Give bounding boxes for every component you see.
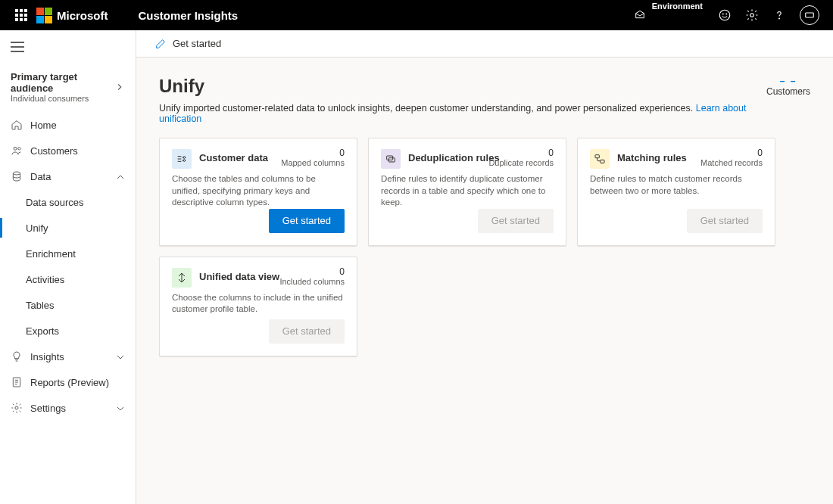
svg-point-4: [779, 18, 780, 19]
customers-icon: [11, 145, 23, 157]
environment-label: Environment: [652, 2, 703, 11]
svg-point-3: [750, 14, 754, 17]
sidebar-item-label: Exports: [26, 325, 59, 337]
app-launcher-button[interactable]: [6, 9, 36, 21]
matching-icon: [590, 149, 610, 169]
gear-icon[interactable]: [745, 8, 759, 22]
card-metric-label: Included columns: [279, 277, 345, 286]
card-description: Define rules to identify duplicate custo…: [381, 173, 554, 209]
sidebar-item-insights[interactable]: Insights: [0, 344, 136, 369]
card-metric-value: 0: [700, 148, 763, 158]
card-metric-label: Duplicate records: [488, 158, 554, 167]
waffle-icon: [15, 9, 27, 21]
edit-icon: [154, 38, 167, 50]
sidebar-item-label: Home: [30, 120, 57, 131]
sidebar-item-label: Data: [30, 171, 51, 182]
nav-collapse-button[interactable]: [0, 30, 136, 64]
dedup-icon: [381, 149, 401, 169]
data-icon: [11, 170, 23, 182]
chevron-right-icon: [114, 82, 125, 92]
sidebar-item-label: Data sources: [26, 197, 84, 208]
sidebar-item-label: Reports (Preview): [30, 377, 109, 388]
help-icon[interactable]: [772, 8, 786, 22]
sidebar-item-data[interactable]: Data: [0, 163, 136, 189]
unified-view-icon: [172, 268, 192, 288]
card-title: Unified data view: [199, 268, 279, 288]
card-unified-view: Unified data view 0 Included columns Cho…: [159, 257, 357, 356]
card-get-started-button: Get started: [687, 209, 763, 233]
chevron-up-icon: [114, 171, 125, 182]
sidebar-item-data-sources[interactable]: Data sources: [0, 189, 136, 215]
card-title: Deduplication rules: [408, 149, 500, 169]
card-get-started-button: Get started: [269, 319, 345, 344]
customer-data-icon: [172, 149, 192, 169]
svg-rect-16: [601, 160, 604, 163]
audience-picker[interactable]: Primary target audience Individual consu…: [0, 64, 136, 112]
card-metric-value: 0: [279, 266, 345, 277]
sidebar-item-exports[interactable]: Exports: [0, 318, 136, 344]
svg-point-10: [15, 406, 18, 409]
sidebar-item-settings[interactable]: Settings: [0, 395, 136, 421]
svg-point-8: [13, 172, 20, 175]
card-get-started-button: Get started: [478, 209, 554, 233]
card-description: Choose the tables and columns to be unif…: [172, 173, 345, 209]
sidebar-item-tables[interactable]: Tables: [0, 292, 136, 318]
svg-point-11: [183, 157, 186, 159]
cmd-get-started[interactable]: Get started: [173, 38, 221, 49]
audience-title: Primary target audience: [11, 71, 114, 94]
svg-point-2: [726, 14, 727, 14]
card-matching-rules: Matching rules 0 Matched records Define …: [577, 138, 775, 246]
environment-icon: [634, 8, 646, 23]
sidebar-item-label: Customers: [30, 145, 78, 157]
svg-point-6: [14, 147, 17, 150]
card-metric-value: 0: [281, 148, 345, 158]
sidebar-item-unify[interactable]: Unify: [0, 215, 136, 241]
sidebar-item-label: Settings: [30, 403, 66, 414]
microsoft-logo-icon: [36, 8, 52, 23]
gear-icon: [11, 402, 23, 414]
card-get-started-button[interactable]: Get started: [269, 209, 345, 233]
sidebar-item-label: Activities: [26, 274, 64, 285]
card-description: Define rules to match customer records b…: [590, 173, 763, 197]
svg-rect-15: [595, 155, 599, 158]
card-title: Matching rules: [617, 149, 687, 169]
card-metric-label: Mapped columns: [281, 158, 345, 167]
top-bar-actions: [718, 5, 827, 25]
chevron-down-icon: [114, 351, 125, 362]
sidebar-item-activities[interactable]: Activities: [0, 266, 136, 292]
home-icon: [11, 119, 23, 131]
customers-metric: – – Customers: [766, 76, 810, 97]
top-bar: Microsoft Customer Insights Environment: [0, 0, 833, 30]
report-icon: [11, 376, 23, 388]
sidebar-item-enrichment[interactable]: Enrichment: [0, 241, 136, 266]
card-dedup-rules: Deduplication rules 0 Duplicate records …: [368, 138, 566, 246]
main-area: Get started Unify Unify imported custome…: [136, 30, 833, 504]
svg-point-0: [719, 10, 730, 20]
lightbulb-icon: [11, 350, 23, 362]
card-customer-data: Customer data 0 Mapped columns Choose th…: [159, 138, 357, 246]
sidebar-item-reports[interactable]: Reports (Preview): [0, 369, 136, 395]
svg-point-1: [722, 14, 723, 14]
cards-grid: Customer data 0 Mapped columns Choose th…: [159, 138, 810, 356]
sidebar-item-home[interactable]: Home: [0, 112, 136, 138]
customers-label: Customers: [766, 86, 810, 97]
environment-picker[interactable]: Environment: [634, 8, 703, 23]
sidebar: Primary target audience Individual consu…: [0, 30, 136, 504]
card-metric-value: 0: [488, 148, 554, 158]
page-description: Unify imported customer-related data to …: [159, 103, 766, 124]
sidebar-item-label: Insights: [30, 351, 64, 362]
card-description: Choose the columns to include in the uni…: [172, 292, 345, 316]
sidebar-item-label: Tables: [26, 300, 55, 311]
sidebar-item-label: Unify: [26, 222, 48, 234]
sidebar-item-label: Enrichment: [26, 248, 76, 260]
product-name: Customer Insights: [139, 9, 239, 22]
sidebar-item-customers[interactable]: Customers: [0, 138, 136, 163]
svg-rect-5: [806, 13, 814, 17]
brand-name: Microsoft: [57, 9, 108, 22]
avatar[interactable]: [800, 5, 819, 25]
customers-value: – –: [766, 76, 810, 86]
svg-point-12: [183, 160, 186, 162]
emoji-icon[interactable]: [718, 8, 732, 22]
menu-icon: [11, 42, 24, 52]
audience-subtitle: Individual consumers: [11, 94, 114, 103]
